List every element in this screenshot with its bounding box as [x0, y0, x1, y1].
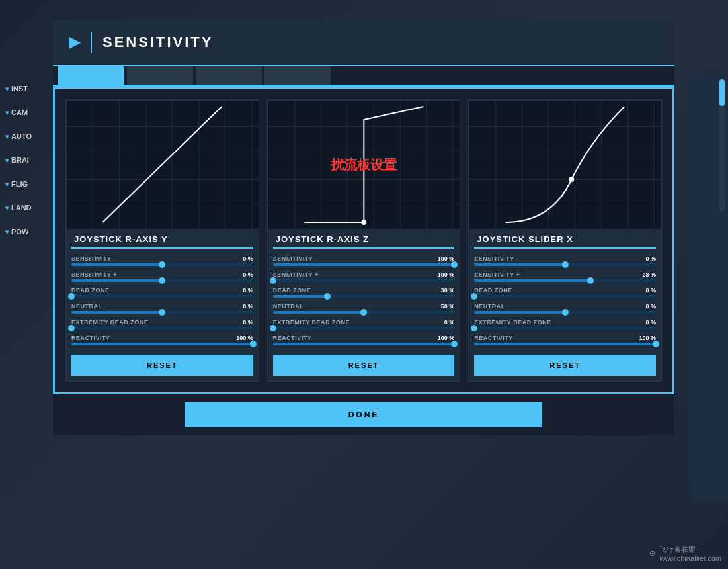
- tab-2[interactable]: [127, 66, 193, 85]
- slider-fill-12: [273, 343, 455, 345]
- slider-thumb-8[interactable]: [270, 277, 276, 284]
- param-value-neutral-2: 50 %: [428, 303, 454, 310]
- tab-3[interactable]: [196, 66, 262, 85]
- slider-thumb-1[interactable]: [159, 261, 165, 268]
- slider-dead-zone-2[interactable]: [273, 295, 455, 298]
- slider-reactivity-2[interactable]: [273, 343, 455, 345]
- slider-thumb-14[interactable]: [587, 277, 594, 284]
- sidebar-item-auto[interactable]: ▾ AUTO: [0, 126, 56, 147]
- sidebar-label-brai: BRAI: [11, 156, 29, 164]
- chevron-icon: ▾: [5, 181, 9, 188]
- reset-button-3[interactable]: RESET: [474, 355, 656, 376]
- slider-thumb-12[interactable]: [451, 341, 458, 347]
- slider-dead-zone-3[interactable]: [474, 295, 656, 298]
- slider-fill-10: [273, 311, 364, 314]
- slider-reactivity-1[interactable]: [71, 343, 253, 345]
- sidebar-item-inst[interactable]: ▾ INST: [0, 78, 56, 99]
- slider-fill-9: [273, 295, 327, 298]
- slider-neutral-1[interactable]: [71, 311, 253, 314]
- param-label-dead-zone-1: DEAD ZONE: [71, 287, 110, 294]
- slider-thumb-4[interactable]: [159, 309, 165, 316]
- sidebar-item-cam[interactable]: ▾ CAM: [0, 102, 56, 123]
- main-container: ▶ SENSITIVITY JOYSTICK R-AXIS Y: [53, 20, 674, 435]
- param-row-reactivity-3: REACTIVITY 100 %: [474, 335, 656, 341]
- param-label-ext-dead-1: EXTREMITY DEAD ZONE: [71, 319, 148, 326]
- param-label-dead-zone-3: DEAD ZONE: [474, 287, 512, 294]
- card-joystick-r-axis-z: 扰流板设置 JOYSTICK R-AXIS Z SENSITIVITY - 10…: [267, 99, 461, 382]
- slider-sens-plus-3[interactable]: [474, 279, 656, 282]
- reset-button-2[interactable]: RESET: [273, 355, 455, 376]
- sidebar-item-flig[interactable]: ▾ FLIG: [0, 173, 56, 195]
- sidebar-item-brai[interactable]: ▾ BRAI: [0, 150, 56, 171]
- slider-thumb-6[interactable]: [250, 341, 257, 347]
- param-row-dead-zone-3: DEAD ZONE 0 %: [474, 287, 656, 294]
- slider-fill-13: [474, 263, 565, 266]
- tabs-bar: [53, 66, 674, 87]
- param-label-dead-zone-2: DEAD ZONE: [273, 287, 311, 294]
- slider-thumb-18[interactable]: [653, 341, 659, 347]
- chevron-icon: ▾: [5, 204, 9, 212]
- card-title-2: JOYSTICK R-AXIS Z: [273, 234, 455, 244]
- slider-thumb-9[interactable]: [324, 293, 331, 300]
- card-content-2: JOYSTICK R-AXIS Z SENSITIVITY - 100 % SE…: [268, 234, 460, 376]
- slider-thumb-11[interactable]: [270, 325, 276, 331]
- card-joystick-r-axis-y: JOYSTICK R-AXIS Y SENSITIVITY - 0 % SENS…: [65, 99, 259, 382]
- scrollbar-thumb[interactable]: [719, 79, 725, 106]
- slider-sens-plus-1[interactable]: [71, 279, 253, 282]
- slider-sens-plus-2[interactable]: [273, 279, 455, 282]
- slider-dead-zone-1[interactable]: [71, 295, 253, 298]
- slider-thumb-16[interactable]: [562, 309, 569, 316]
- slider-thumb-5[interactable]: [68, 325, 75, 331]
- card-title-1: JOYSTICK R-AXIS Y: [71, 234, 253, 244]
- slider-thumb-3[interactable]: [68, 293, 75, 300]
- done-button[interactable]: DONE: [185, 402, 542, 427]
- param-row-ext-dead-1: EXTREMITY DEAD ZONE 0 %: [71, 319, 253, 326]
- sidebar-item-pow[interactable]: ▾ POW: [0, 221, 56, 242]
- slider-ext-dead-1[interactable]: [71, 327, 253, 329]
- scrollbar-track[interactable]: [719, 79, 725, 212]
- sidebar-label-inst: INST: [11, 85, 28, 93]
- done-bar: DONE: [53, 394, 674, 435]
- param-label-reactivity-3: REACTIVITY: [474, 335, 513, 341]
- card-content-3: JOYSTICK SLIDER X SENSITIVITY - 0 % SENS…: [469, 234, 661, 376]
- param-value-dead-zone-2: 30 %: [428, 287, 454, 294]
- slider-thumb-10[interactable]: [360, 309, 367, 316]
- slider-neutral-2[interactable]: [273, 311, 455, 314]
- param-row-sens-plus-3: SENSITIVITY + 28 %: [474, 271, 656, 278]
- sidebar-label-auto: AUTO: [11, 132, 32, 140]
- param-row-sens-minus-2: SENSITIVITY - 100 %: [273, 255, 455, 262]
- slider-thumb-7[interactable]: [451, 261, 458, 268]
- slider-sens-minus-1[interactable]: [71, 263, 253, 266]
- card-joystick-slider-x: JOYSTICK SLIDER X SENSITIVITY - 0 % SENS…: [468, 99, 662, 382]
- graph-svg-scurve: [469, 100, 661, 229]
- slider-ext-dead-2[interactable]: [273, 327, 455, 329]
- param-row-sens-plus-2: SENSITIVITY + -100 %: [273, 271, 455, 278]
- svg-line-0: [102, 107, 222, 222]
- slider-thumb-17[interactable]: [471, 325, 477, 331]
- slider-thumb-13[interactable]: [562, 261, 569, 268]
- slider-neutral-3[interactable]: [474, 311, 656, 314]
- sidebar-item-land[interactable]: ▾ LAND: [0, 197, 56, 218]
- sidebar-label-cam: CAM: [11, 109, 28, 116]
- slider-sens-minus-3[interactable]: [474, 263, 656, 266]
- param-value-neutral-1: 0 %: [227, 303, 253, 310]
- param-label-reactivity-1: REACTIVITY: [71, 335, 110, 341]
- title-bar-3: [474, 247, 656, 249]
- param-row-reactivity-1: REACTIVITY 100 %: [71, 335, 253, 341]
- sidebar-label-land: LAND: [11, 204, 32, 212]
- slider-thumb-2[interactable]: [159, 277, 165, 284]
- tab-4[interactable]: [264, 66, 331, 85]
- slider-sens-minus-2[interactable]: [273, 263, 455, 266]
- slider-thumb-15[interactable]: [471, 293, 477, 300]
- chevron-icon: ▾: [5, 133, 9, 140]
- tab-1[interactable]: [58, 66, 124, 85]
- right-panel: [688, 73, 728, 503]
- param-label-sens-minus-1: SENSITIVITY -: [71, 255, 116, 262]
- reset-button-1[interactable]: RESET: [71, 355, 253, 376]
- slider-ext-dead-3[interactable]: [474, 327, 656, 329]
- watermark-text2: www.chinaflier.com: [659, 554, 721, 562]
- header-icon: ▶: [69, 34, 80, 51]
- slider-fill-14: [474, 279, 590, 282]
- param-value-reactivity-2: 100 %: [428, 335, 454, 341]
- slider-reactivity-3[interactable]: [474, 343, 656, 345]
